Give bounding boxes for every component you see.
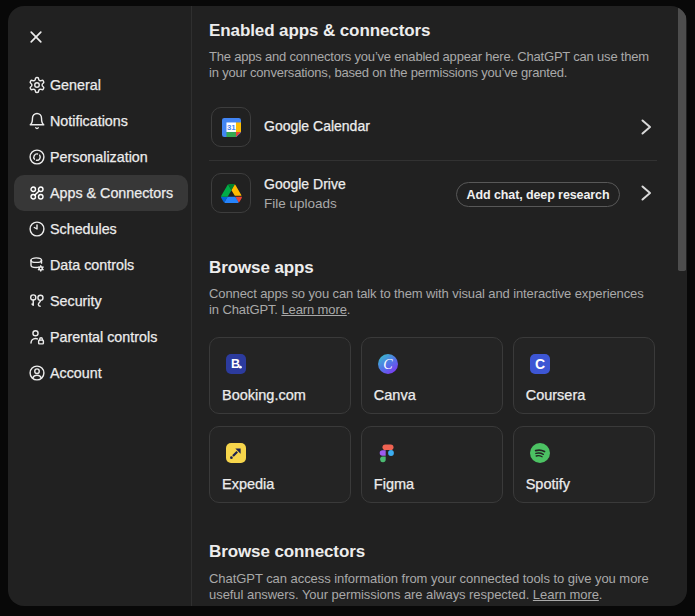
svg-text:C: C [383, 357, 393, 372]
svg-text:31: 31 [226, 123, 235, 132]
svg-text:B: B [231, 357, 240, 371]
svg-text:C: C [535, 356, 545, 372]
